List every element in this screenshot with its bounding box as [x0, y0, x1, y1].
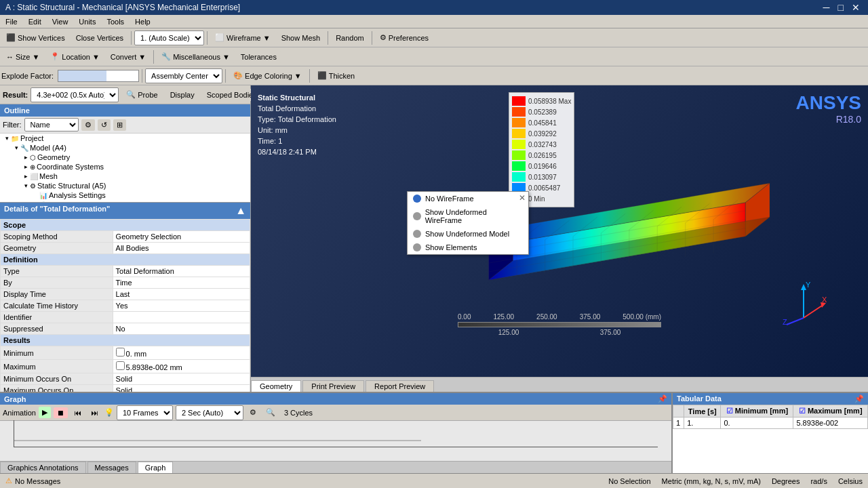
graph-title: Graph — [4, 395, 26, 403]
expand-button[interactable]: ▾ — [12, 144, 20, 152]
graph-panel: Graph 📌 Animation ▶ ⏹ ⏮ ⏭ 💡 10 Frames 2 … — [0, 393, 671, 473]
convert-button[interactable]: Convert ▼ — [106, 51, 151, 63]
table-row: 11.0.5.8938e-002 — [673, 418, 868, 429]
status-units: Metric (mm, kg, N, s, mV, mA) — [662, 477, 761, 485]
toolbar-separator-4 — [372, 31, 372, 45]
menu-edit[interactable]: Edit — [23, 16, 47, 27]
axes-svg: Y X Z — [780, 281, 827, 328]
menu-show-undeformed-wireframe[interactable]: Show Undeformed WireFrame — [408, 205, 528, 227]
gtab-graphics-annotations[interactable]: Graphics Annotations — [0, 462, 86, 473]
toolbar-separator-2 — [207, 31, 208, 45]
close-button[interactable]: ✕ — [849, 2, 863, 13]
window-controls: ─ □ ✕ — [821, 2, 863, 13]
toolbar-separator-7 — [225, 69, 226, 83]
expand-button[interactable]: ▾ — [3, 134, 11, 142]
show-mesh-button[interactable]: Show Mesh — [277, 32, 325, 44]
tree-item[interactable]: ▸⊕Coordinate Systems — [0, 162, 250, 171]
frames-dropdown[interactable]: 10 Frames — [117, 405, 173, 420]
gtab-graph[interactable]: Graph — [138, 462, 174, 473]
toolbar-row-3: Explode Factor: Assembly Center 🎨 Edge C… — [0, 66, 868, 85]
graph-svg — [14, 420, 658, 447]
probe-button[interactable]: 🔍 Probe — [121, 88, 162, 101]
display-button[interactable]: Display — [165, 89, 199, 101]
menu-show-undeformed-model[interactable]: Show Undeformed Model — [408, 227, 528, 241]
menu-no-wireframe[interactable]: No WireFrame — [408, 192, 528, 205]
details-cell-label: By — [1, 277, 113, 289]
animation-stop-button[interactable]: ⏹ — [54, 407, 68, 418]
outline-expand-all[interactable]: ⊞ — [113, 119, 126, 131]
show-vertices-button[interactable]: ⬛ Show Vertices — [1, 31, 70, 44]
left-panel: Result: 4.3e+002 (0.5x Auto) 🔍 Probe Dis… — [0, 85, 251, 392]
tolerances-button[interactable]: Tolerances — [236, 51, 281, 63]
explode-slider-track — [58, 70, 139, 82]
details-cell-value: 0. mm — [113, 346, 250, 360]
filter-dropdown[interactable]: Name — [24, 118, 79, 131]
edge-coloring-button[interactable]: 🎨 Edge Coloring ▼ — [229, 69, 307, 82]
expand-button[interactable]: ▸ — [22, 172, 30, 180]
animation-label: Animation — [3, 409, 36, 417]
details-cell-label: Minimum — [1, 346, 113, 360]
gtab-messages[interactable]: Messages — [87, 462, 136, 473]
tabular-col-min: ☑ Minimum [mm] — [721, 405, 793, 418]
graph-zoom-btn[interactable]: 🔍 — [262, 407, 279, 418]
minimize-button[interactable]: ─ — [821, 2, 833, 13]
maximize-button[interactable]: □ — [835, 2, 846, 13]
speed-dropdown[interactable]: 2 Sec (Auto) — [176, 405, 243, 420]
animation-play-button[interactable]: ▶ — [39, 407, 51, 418]
menu-file[interactable]: File — [0, 16, 23, 27]
details-scroll-up[interactable]: ▲ — [235, 205, 246, 217]
tree-item[interactable]: ▾🔧Model (A4) — [0, 143, 250, 152]
explode-label: Explode Factor: — [1, 72, 54, 80]
miscellaneous-button[interactable]: 🔧 Miscellaneous ▼ — [157, 50, 235, 63]
wireframe-dropdown-arrow[interactable]: ▼ — [263, 34, 271, 42]
menu-help[interactable]: Help — [130, 16, 156, 27]
size-button[interactable]: ↔ Size ▼ — [1, 51, 44, 63]
expand-button[interactable] — [31, 191, 39, 199]
cycles-label: 3 Cycles — [284, 409, 313, 417]
tab-print-preview[interactable]: Print Preview — [302, 380, 364, 392]
location-icon: 📍 — [50, 52, 60, 61]
assembly-center-dropdown[interactable]: Assembly Center — [145, 68, 222, 83]
details-section-header: Definition — [1, 254, 250, 266]
probe-icon: 🔍 — [126, 90, 136, 99]
tab-report-preview[interactable]: Report Preview — [366, 380, 434, 392]
menu-tools[interactable]: Tools — [101, 16, 130, 27]
details-checkbox[interactable] — [116, 361, 125, 370]
tree-item[interactable]: ▾📁Project — [0, 134, 250, 143]
filter-apply-button[interactable]: ⚙ — [81, 119, 95, 131]
menu-close-button[interactable]: ✕ — [519, 193, 526, 203]
expand-button[interactable]: ▾ — [22, 182, 30, 190]
tree-item[interactable]: ▸⬡Geometry — [0, 152, 250, 162]
location-button[interactable]: 📍 Location ▼ — [45, 50, 104, 63]
preferences-button[interactable]: ⚙ Preferences — [375, 31, 433, 44]
expand-button[interactable]: ▸ — [22, 153, 30, 161]
expand-button[interactable]: ▸ — [22, 163, 30, 171]
menu-view[interactable]: View — [47, 16, 74, 27]
scale-125: 125.00 — [493, 313, 514, 321]
tree-item[interactable]: ▸⬜Mesh — [0, 171, 250, 181]
auto-scale-dropdown[interactable]: 1. (Auto Scale) — [134, 30, 204, 45]
random-button[interactable]: Random — [331, 32, 369, 44]
details-cell-value: Solid — [113, 373, 250, 385]
tree-item[interactable]: 📊Analysis Settings — [0, 190, 250, 200]
status-no-selection: No Selection — [608, 477, 650, 485]
animation-frame-end[interactable]: ⏭ — [87, 407, 102, 418]
status-degrees: Degrees — [772, 477, 800, 485]
menu-units[interactable]: Units — [73, 16, 101, 27]
viewport[interactable]: Static Structural Total Deformation Type… — [251, 85, 868, 377]
result-value-dropdown[interactable]: 4.3e+002 (0.5x Auto) — [31, 87, 119, 102]
menu-show-elements[interactable]: Show Elements — [408, 241, 528, 254]
details-cell-label: Suppressed — [1, 323, 113, 335]
graph-options-btn[interactable]: ⚙ — [246, 407, 260, 418]
menu-bullet-3 — [413, 230, 421, 238]
thicken-button[interactable]: ⬛ Thicken — [313, 69, 360, 82]
animation-frame-start[interactable]: ⏮ — [71, 407, 85, 418]
wireframe-button[interactable]: ⬜ Wireframe ▼ — [210, 31, 275, 44]
result-toolbar: Result: 4.3e+002 (0.5x Auto) 🔍 Probe Dis… — [0, 85, 250, 104]
tree-item[interactable]: ▾⚙Static Structural (A5) — [0, 181, 250, 190]
details-checkbox[interactable] — [116, 348, 125, 357]
close-vertices-button[interactable]: Close Vertices — [71, 32, 128, 44]
tab-geometry[interactable]: Geometry — [251, 380, 301, 392]
details-cell-label: Minimum Occurs On — [1, 373, 113, 385]
filter-reset-button[interactable]: ↺ — [98, 119, 111, 131]
